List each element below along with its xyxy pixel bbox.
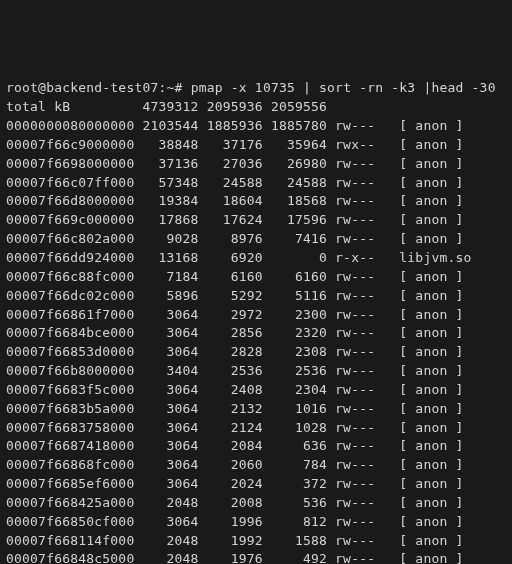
memory-map-row: 00007f6698000000 37136 27036 26980 rw---… — [6, 155, 506, 174]
prompt-line: root@backend-test07:~# pmap -x 10735 | s… — [6, 79, 506, 98]
memory-map-row: 00007f66868fc000 3064 2060 784 rw--- [ a… — [6, 456, 506, 475]
memory-map-row: 00007f66dd924000 13168 6920 0 r-x-- libj… — [6, 249, 506, 268]
memory-map-row: 00007f66c802a000 9028 8976 7416 rw--- [ … — [6, 230, 506, 249]
memory-map-row: 00007f66850cf000 3064 1996 812 rw--- [ a… — [6, 513, 506, 532]
memory-map-row: 00007f669c000000 17868 17624 17596 rw---… — [6, 211, 506, 230]
memory-map-row: 00007f66853d0000 3064 2828 2308 rw--- [ … — [6, 343, 506, 362]
total-line: total kB 4739312 2095936 2059556 — [6, 98, 506, 117]
prompt-path: ~ — [167, 80, 175, 95]
memory-map-row: 00007f66848c5000 2048 1976 492 rw--- [ a… — [6, 550, 506, 564]
memory-map-row: 00007f66c88fc000 7184 6160 6160 rw--- [ … — [6, 268, 506, 287]
memory-map-row: 00007f66861f7000 3064 2972 2300 rw--- [ … — [6, 306, 506, 325]
memory-map-row: 00007f6683f5c000 3064 2408 2304 rw--- [ … — [6, 381, 506, 400]
memory-map-row: 00007f66c9000000 38848 37176 35964 rwx--… — [6, 136, 506, 155]
memory-map-row: 0000000080000000 2103544 1885936 1885780… — [6, 117, 506, 136]
terminal-output: root@backend-test07:~# pmap -x 10735 | s… — [6, 79, 506, 564]
memory-map-row: 00007f6683758000 3064 2124 1028 rw--- [ … — [6, 419, 506, 438]
memory-map-row: 00007f6687418000 3064 2084 636 rw--- [ a… — [6, 437, 506, 456]
memory-map-row: 00007f6684bce000 3064 2856 2320 rw--- [ … — [6, 324, 506, 343]
memory-map-row: 00007f6683b5a000 3064 2132 1016 rw--- [ … — [6, 400, 506, 419]
memory-map-row: 00007f6685ef6000 3064 2024 372 rw--- [ a… — [6, 475, 506, 494]
command-text: pmap -x 10735 | sort -rn -k3 |head -30 — [191, 80, 496, 95]
memory-map-row: 00007f66dc02c000 5896 5292 5116 rw--- [ … — [6, 287, 506, 306]
memory-map-row: 00007f668425a000 2048 2008 536 rw--- [ a… — [6, 494, 506, 513]
memory-map-row: 00007f66d8000000 19384 18604 18568 rw---… — [6, 192, 506, 211]
memory-map-row: 00007f668114f000 2048 1992 1588 rw--- [ … — [6, 532, 506, 551]
prompt-user-host: root@backend-test07 — [6, 80, 159, 95]
prompt-symbol: # — [175, 80, 183, 95]
memory-map-row: 00007f66b8000000 3404 2536 2536 rw--- [ … — [6, 362, 506, 381]
memory-map-row: 00007f66c07ff000 57348 24588 24588 rw---… — [6, 174, 506, 193]
